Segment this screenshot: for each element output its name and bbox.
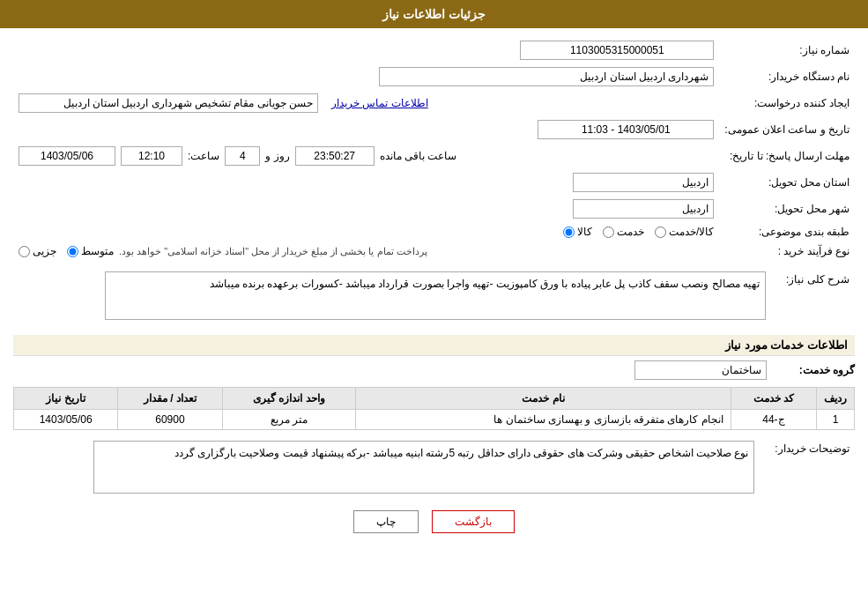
row-name: انجام کارهای متفرقه بازسازی و بهسازی ساخ… [356, 410, 731, 430]
th-code: کد خدمت [731, 388, 816, 410]
print-button[interactable]: چاپ [353, 510, 419, 533]
th-name: نام خدمت [356, 388, 731, 410]
category-cell: کالا/خدمت خدمت کالا [13, 222, 719, 241]
description-label: شرح کلی نیاز: [771, 268, 855, 326]
row-num: 1 [817, 410, 855, 430]
buyer-notes-label: توضیحات خریدار: [760, 437, 855, 500]
province-input[interactable] [573, 173, 714, 192]
contact-link[interactable]: اطلاعات تماس خریدار [331, 97, 428, 109]
services-table: ردیف کد خدمت نام خدمت واحد اندازه گیری ت… [13, 387, 855, 430]
services-section-heading: اطلاعات خدمات مورد نیاز [13, 335, 855, 356]
service-group-label: گروه خدمت: [767, 364, 855, 376]
buyer-org-input[interactable] [379, 67, 714, 86]
category-radio-khadamat[interactable] [603, 227, 614, 238]
purchase-type-label: نوع فرآیند خرید : [719, 241, 855, 261]
back-button[interactable]: بازگشت [432, 510, 515, 533]
publish-date-label: تاریخ و ساعت اعلان عمومی: [719, 116, 855, 143]
content-area: شماره نیاز: نام دستگاه خریدار: ایجاد کنن… [0, 28, 868, 551]
province-cell [13, 169, 719, 196]
requester-input[interactable] [19, 93, 318, 113]
purchase-type-radio-mutavasset[interactable] [67, 246, 78, 257]
province-label: استان محل تحویل: [719, 169, 855, 196]
category-option-khadamat[interactable]: خدمت [603, 226, 644, 238]
row-unit: متر مربع [222, 410, 355, 430]
remaining-time-input[interactable] [295, 146, 375, 166]
remaining-days-input[interactable] [225, 146, 260, 166]
response-time-label: ساعت: [188, 150, 219, 162]
response-deadline-cell: ساعت باقی مانده روز و ساعت: [13, 143, 719, 169]
requester-label: ایجاد کننده درخواست: [719, 90, 855, 116]
description-cell: تهیه مصالح ونصب سقف کاذب پل عابر پیاده ب… [13, 268, 771, 326]
need-number-input[interactable] [520, 41, 714, 60]
response-time-input[interactable] [121, 146, 182, 166]
table-row: 1 ج-44 انجام کارهای متفرقه بازسازی و بهس… [14, 410, 855, 430]
service-group-row: گروه خدمت: [13, 360, 855, 380]
th-quantity: تعداد / مقدار [118, 388, 222, 410]
city-input[interactable] [573, 199, 714, 219]
remaining-suffix: ساعت باقی مانده [380, 150, 457, 162]
th-unit: واحد اندازه گیری [222, 388, 355, 410]
buttons-row: بازگشت چاپ [13, 510, 855, 533]
purchase-type-option-jozi[interactable]: جزیی [19, 245, 56, 257]
page-header: جزئیات اطلاعات نیاز [0, 0, 868, 28]
category-option-kala-khadamat[interactable]: کالا/خدمت [655, 226, 714, 238]
remaining-days-label: روز و [265, 150, 289, 162]
category-label: طبقه بندی موضوعی: [719, 222, 855, 241]
purchase-type-cell: پرداخت تمام یا بخشی از مبلغ خریدار از مح… [13, 241, 719, 261]
response-deadline-label: مهلت ارسال پاسخ: تا تاریخ: [719, 143, 855, 169]
page-wrapper: جزئیات اطلاعات نیاز شماره نیاز: نام دستگ… [0, 0, 868, 609]
description-textarea[interactable]: تهیه مصالح ونصب سقف کاذب پل عابر پیاده ب… [105, 271, 766, 320]
row-date: 1403/05/06 [14, 410, 118, 430]
need-number-cell [515, 37, 719, 63]
response-date-input[interactable] [19, 146, 115, 166]
purchase-type-option-mutavasset[interactable]: متوسط [67, 245, 114, 257]
publish-date-input[interactable] [538, 120, 714, 139]
requester-cell: اطلاعات تماس خریدار [13, 90, 719, 116]
category-option-kala[interactable]: کالا [563, 226, 592, 238]
description-table: شرح کلی نیاز: تهیه مصالح ونصب سقف کاذب پ… [13, 268, 855, 326]
info-table: شماره نیاز: نام دستگاه خریدار: ایجاد کنن… [13, 37, 855, 261]
category-radio-kala[interactable] [563, 227, 575, 238]
buyer-notes-textarea[interactable]: نوع صلاحیت اشخاص حقیقی وشرکت های حقوقی د… [93, 441, 754, 494]
service-group-input[interactable] [634, 360, 767, 380]
buyer-org-cell [13, 63, 719, 90]
publish-date-cell [13, 116, 719, 143]
row-code: ج-44 [731, 410, 816, 430]
th-date: تاریخ نیاز [14, 388, 118, 410]
purchase-type-note: پرداخت تمام یا بخشی از مبلغ خریدار از مح… [119, 246, 427, 257]
page-title: جزئیات اطلاعات نیاز [382, 7, 486, 21]
category-radio-kala-khadamat[interactable] [655, 227, 666, 238]
category-radio-group: کالا/خدمت خدمت کالا [563, 226, 714, 238]
city-label: شهر محل تحویل: [719, 196, 855, 222]
need-number-label: شماره نیاز: [719, 37, 855, 63]
row-quantity: 60900 [118, 410, 222, 430]
purchase-type-radio-jozi[interactable] [19, 246, 30, 257]
city-cell [13, 196, 719, 222]
buyer-notes-table: توضیحات خریدار: نوع صلاحیت اشخاص حقیقی و… [13, 437, 855, 500]
buyer-org-label: نام دستگاه خریدار: [719, 63, 855, 90]
purchase-type-radio-group: متوسط جزیی [19, 245, 114, 257]
th-row: ردیف [817, 388, 855, 410]
buyer-notes-cell: نوع صلاحیت اشخاص حقیقی وشرکت های حقوقی د… [13, 437, 760, 500]
